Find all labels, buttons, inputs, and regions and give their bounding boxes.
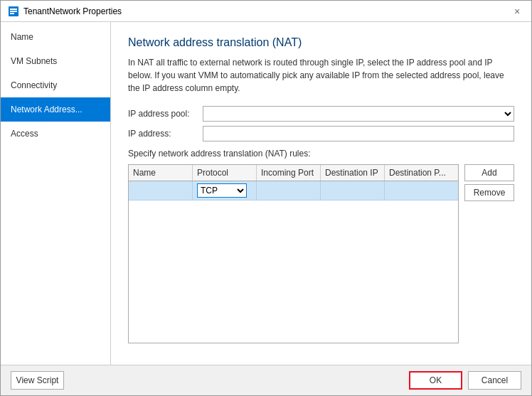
cell-name — [129, 181, 193, 200]
col-header-incoming-port: Incoming Port — [257, 165, 321, 181]
cell-destination-p — [385, 181, 458, 200]
dialog-title: TenantNetwork Properties — [23, 6, 122, 16]
cell-incoming-port — [257, 181, 321, 200]
footer-right: OK Cancel — [409, 371, 521, 390]
svg-rect-3 — [10, 13, 14, 14]
ok-button[interactable]: OK — [409, 371, 462, 390]
view-script-button[interactable]: View Script — [11, 371, 64, 390]
main-panel: Network address translation (NAT) In NAT… — [111, 22, 531, 365]
sidebar-item-connectivity[interactable]: Connectivity — [1, 73, 110, 97]
table-area: Name Protocol Incoming Port Destination … — [128, 164, 514, 343]
footer: View Script OK Cancel — [1, 365, 531, 395]
sidebar-item-access[interactable]: Access — [1, 122, 110, 146]
close-button[interactable]: × — [510, 4, 524, 18]
cell-protocol[interactable]: TCP UDP — [193, 181, 257, 200]
sidebar: Name VM Subnets Connectivity Network Add… — [1, 22, 111, 365]
table-buttons: Add Remove — [464, 164, 514, 201]
table-body-empty — [129, 200, 458, 343]
page-title: Network address translation (NAT) — [128, 36, 514, 49]
cancel-button[interactable]: Cancel — [468, 371, 521, 390]
remove-button[interactable]: Remove — [464, 184, 514, 201]
description-text: In NAT all traffic to external network i… — [128, 56, 514, 95]
table-header: Name Protocol Incoming Port Destination … — [129, 165, 458, 181]
ip-address-label: IP address: — [128, 129, 203, 139]
ip-pool-label: IP address pool: — [128, 109, 203, 119]
app-icon — [8, 6, 19, 17]
ip-pool-row: IP address pool: — [128, 106, 514, 122]
content-area: Name VM Subnets Connectivity Network Add… — [1, 22, 531, 365]
col-header-destination-ip: Destination IP — [321, 165, 385, 181]
table-row: TCP UDP — [129, 181, 458, 200]
title-bar: TenantNetwork Properties × — [1, 1, 531, 22]
dialog-window: TenantNetwork Properties × Name VM Subne… — [0, 0, 532, 396]
ip-address-row: IP address: — [128, 126, 514, 141]
add-button[interactable]: Add — [464, 164, 514, 181]
col-header-protocol: Protocol — [193, 165, 257, 181]
ip-address-input[interactable] — [203, 126, 514, 141]
nat-rules-label: Specify network address translation (NAT… — [128, 149, 514, 159]
sidebar-item-name[interactable]: Name — [1, 25, 110, 49]
sidebar-item-network-address[interactable]: Network Address... — [1, 97, 110, 122]
nat-table: Name Protocol Incoming Port Destination … — [128, 164, 459, 343]
title-bar-left: TenantNetwork Properties — [8, 6, 122, 17]
col-header-name: Name — [129, 165, 193, 181]
svg-rect-1 — [10, 9, 17, 10]
cell-destination-ip — [321, 181, 385, 200]
ip-pool-select[interactable] — [203, 106, 514, 122]
col-header-destination-p: Destination P... — [385, 165, 458, 181]
svg-rect-2 — [10, 11, 17, 12]
sidebar-item-vm-subnets[interactable]: VM Subnets — [1, 49, 110, 73]
protocol-select[interactable]: TCP UDP — [197, 183, 247, 198]
